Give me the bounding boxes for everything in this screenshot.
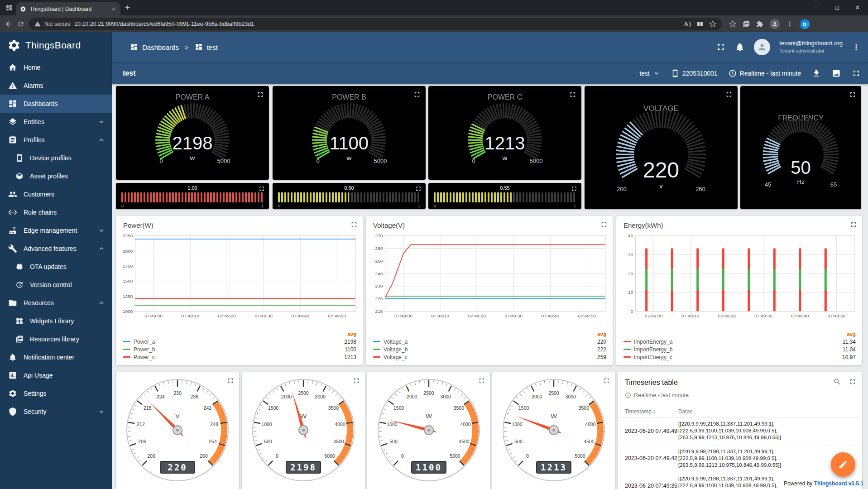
fullscreen-icon[interactable] <box>603 377 611 385</box>
kebab-menu-icon[interactable] <box>852 43 861 52</box>
table-timewindow[interactable]: Realtime - last minute <box>625 392 689 398</box>
fullscreen-icon[interactable] <box>849 221 858 229</box>
sidebar-item-resources-library[interactable]: Resources library <box>0 330 112 348</box>
fullscreen-icon[interactable] <box>571 185 578 192</box>
line-chart: 10001250150017502000225007:49:0007:49:10… <box>120 232 359 321</box>
column-timestamp[interactable]: Timestamp <box>625 408 652 415</box>
sidebar-item-resources[interactable]: Resources <box>0 294 112 312</box>
sidebar-item-ota-updates[interactable]: OTA updates <box>0 258 112 276</box>
extensions-icon[interactable] <box>756 20 763 28</box>
fullscreen-icon[interactable] <box>415 185 422 192</box>
thingsboard-logo[interactable]: ThingsBoard <box>0 32 112 58</box>
fullscreen-icon[interactable] <box>849 91 857 99</box>
fullscreen-icon[interactable] <box>258 185 265 192</box>
fullscreen-icon[interactable] <box>352 377 360 385</box>
window-maximize-button[interactable] <box>826 0 847 15</box>
collections-icon[interactable] <box>743 20 750 28</box>
svg-text:07:49:40: 07:49:40 <box>791 313 809 318</box>
breadcrumb: Dashboards > test <box>112 43 218 51</box>
column-datas[interactable]: Datas <box>678 408 692 415</box>
fullscreen-icon[interactable] <box>716 42 726 52</box>
sidebar-item-customers[interactable]: Customers <box>0 185 112 203</box>
device-filter[interactable]: 2205310001 <box>671 69 718 77</box>
legend-item: Power_b1100 <box>123 345 356 353</box>
svg-text:260: 260 <box>200 453 208 459</box>
sidebar-item-device-profiles[interactable]: Device profiles <box>0 149 112 167</box>
browser-menu-icon[interactable] <box>786 20 793 28</box>
fullscreen-icon[interactable] <box>725 91 733 99</box>
user-avatar[interactable] <box>754 39 770 55</box>
svg-text:200: 200 <box>147 453 155 459</box>
sidebar-item-security[interactable]: Security <box>0 403 112 421</box>
sidebar-item-api-usage[interactable]: Api Usage <box>0 366 112 384</box>
sidebar-item-alarms[interactable]: Alarms <box>0 77 112 95</box>
sidebar-item-version-control[interactable]: Version control <box>0 276 112 294</box>
bing-icon[interactable]: b <box>800 19 810 29</box>
notifications-bell-icon[interactable] <box>735 42 745 52</box>
svg-text:20: 20 <box>628 271 633 276</box>
powered-by-link[interactable]: Thingsboard v3.5.1 <box>814 480 863 487</box>
gear-icon <box>8 389 17 398</box>
lcd-display: 1213 <box>536 461 571 474</box>
fullscreen-icon[interactable] <box>226 377 235 385</box>
favorites-icon[interactable] <box>729 20 736 28</box>
fullscreen-icon[interactable] <box>350 221 358 229</box>
split-screen-icon[interactable] <box>696 20 704 28</box>
fullscreen-icon[interactable] <box>849 378 857 386</box>
window-close-button[interactable]: × <box>847 0 868 15</box>
fullscreen-icon[interactable] <box>569 91 577 99</box>
fullscreen-icon[interactable] <box>478 377 486 385</box>
refresh-icon[interactable] <box>17 20 24 28</box>
sidebar-item-edge-management[interactable]: Edge management <box>0 221 112 240</box>
read-aloud-icon[interactable]: A ) <box>684 21 691 27</box>
favorite-star-icon[interactable] <box>709 20 716 28</box>
sidebar-item-dashboards[interactable]: Dashboards <box>0 95 112 113</box>
gauge-value: 1213 <box>428 133 581 153</box>
edit-dashboard-fab[interactable] <box>831 452 855 477</box>
sidebar-item-settings[interactable]: Settings <box>0 384 112 403</box>
breadcrumb-current[interactable]: test <box>207 43 218 51</box>
user-info[interactable]: tenant@thingsboard.org Tenant administra… <box>779 40 843 54</box>
sidebar-item-home[interactable]: Home <box>0 58 112 77</box>
entity-select[interactable]: test <box>639 70 660 77</box>
sidebar-item-rule-chains[interactable]: Rule chains <box>0 203 112 221</box>
svg-text:07:49:10: 07:49:10 <box>181 313 199 318</box>
back-icon[interactable] <box>5 20 13 28</box>
tab-actions-icon[interactable] <box>5 4 13 11</box>
sidebar-item-widgets-library[interactable]: Widgets Library <box>0 312 112 330</box>
browser-tab[interactable]: ThingsBoard | Dashboard × <box>16 2 120 15</box>
fullscreen-icon[interactable] <box>852 69 861 78</box>
address-bar[interactable]: Not secure 10.10.20.21:9090/dashboards/e… <box>29 18 722 30</box>
dashboard-title: test <box>112 69 135 77</box>
export-download-icon[interactable] <box>812 69 821 78</box>
maximize-icon <box>835 6 839 10</box>
gauge-min: 200 <box>608 186 635 192</box>
sort-desc-icon[interactable]: ↓ <box>653 408 656 415</box>
sidebar-item-profiles[interactable]: Profiles <box>0 131 112 149</box>
folder-icon <box>8 298 17 307</box>
svg-text:212: 212 <box>137 422 145 427</box>
new-tab-button[interactable]: + <box>125 3 130 13</box>
svg-text:254: 254 <box>209 439 217 444</box>
sidebar-item-asset-profiles[interactable]: Asset profiles <box>0 167 112 185</box>
tab-close-icon[interactable]: × <box>110 6 117 12</box>
search-icon[interactable] <box>833 378 841 386</box>
svg-text:5000: 5000 <box>324 453 335 459</box>
fullscreen-icon[interactable] <box>413 91 421 99</box>
legend-avg-header: avg <box>597 331 606 337</box>
sidebar-item-entities[interactable]: Entities <box>0 113 112 131</box>
browser-profile-avatar[interactable] <box>770 19 780 29</box>
gauge-unit: v <box>585 182 738 190</box>
window-minimize-button[interactable] <box>806 0 826 15</box>
breadcrumb-dashboards[interactable]: Dashboards <box>142 43 179 51</box>
sidebar-item-notification-center[interactable]: Notification center <box>0 348 112 366</box>
timewindow-button[interactable]: Realtime - last minute <box>729 69 801 77</box>
sidebar-item-label: Customers <box>24 191 106 198</box>
fullscreen-icon[interactable] <box>600 221 608 229</box>
fullscreen-icon[interactable] <box>256 91 264 99</box>
sidebar-item-advanced-features[interactable]: Advanced features <box>0 240 112 258</box>
series-name: Power_a <box>134 339 155 345</box>
data-line: [222.5,9.99,1100,11.039,10.908,49.99,0.5… <box>678 427 855 434</box>
svg-text:3000: 3000 <box>566 394 576 399</box>
image-gallery-icon[interactable] <box>832 69 841 78</box>
